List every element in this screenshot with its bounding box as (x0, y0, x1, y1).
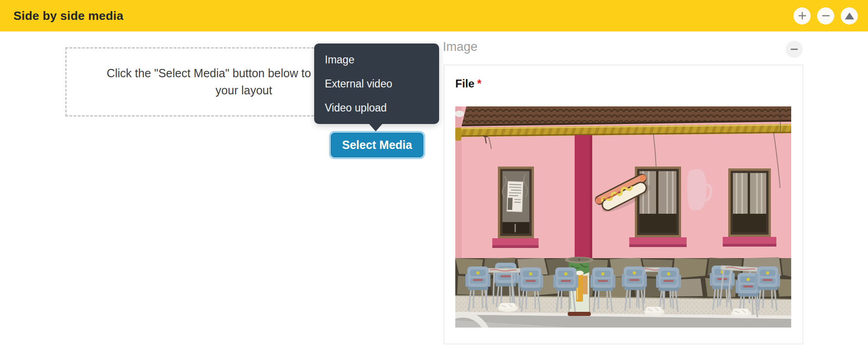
menu-caret-icon (369, 124, 383, 131)
menu-item-video-upload[interactable]: Video upload (314, 96, 439, 120)
image-section-title: Image (443, 40, 477, 54)
select-media-button[interactable]: Select Media (331, 133, 423, 157)
triangle-up-icon (845, 12, 854, 19)
file-card: File* (444, 65, 803, 344)
add-button[interactable] (794, 7, 811, 25)
scroll-to-top-button[interactable] (841, 7, 858, 25)
image-collapse-button[interactable] (786, 41, 803, 58)
media-type-menu: Image External video Video upload (314, 43, 439, 124)
page-title: Side by side media (13, 9, 124, 23)
plus-icon (798, 12, 806, 20)
photo-window-right (723, 168, 776, 247)
building-photo (455, 106, 791, 328)
collapse-button[interactable] (817, 7, 834, 25)
required-asterisk: * (477, 77, 481, 90)
minus-icon (822, 12, 830, 20)
menu-item-image[interactable]: Image (314, 48, 439, 72)
photo-window-left (492, 167, 539, 248)
menu-item-external-video[interactable]: External video (314, 72, 439, 96)
file-label-text: File (455, 77, 474, 90)
header-actions (794, 7, 858, 25)
app: Side by side media Click the "Select Med… (0, 0, 868, 359)
paragraph-header: Side by side media (0, 0, 868, 31)
file-field-label: File* (455, 77, 482, 90)
minus-icon (790, 45, 798, 53)
